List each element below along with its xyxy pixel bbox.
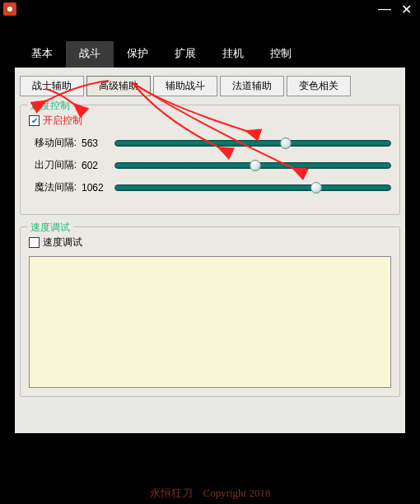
slider-row-0: 移动间隔:563 (29, 136, 391, 150)
footer-text: 永恒狂刀 Copyright 2018 (0, 486, 420, 501)
enable-control-label: 开启控制 (43, 114, 82, 128)
sub-tab-bar: 战士辅助高级辅助辅助战斗法道辅助变色相关 (20, 74, 400, 105)
slider-value: 602 (82, 160, 110, 171)
slider-label: 魔法间隔: (29, 180, 77, 194)
enable-control-checkbox[interactable] (29, 115, 40, 126)
top-tab-3[interactable]: 扩展 (161, 41, 209, 68)
top-tab-0[interactable]: 基本 (18, 41, 66, 68)
sub-tab-3[interactable]: 法道辅助 (220, 76, 284, 96)
top-tab-bar: 基本战斗保护扩展挂机控制 (0, 41, 420, 68)
slider-value: 1062 (82, 182, 110, 194)
speed-debug-label: 速度调试 (43, 236, 82, 250)
sub-tab-0[interactable]: 战士辅助 (20, 76, 84, 96)
group-speed-control: 速度控制 开启控制 移动间隔:563出刀间隔:602魔法间隔:1062 (20, 105, 400, 215)
sub-tab-4[interactable]: 变色相关 (287, 76, 351, 96)
slider-track[interactable] (114, 184, 391, 191)
enable-control-row[interactable]: 开启控制 (29, 114, 391, 128)
panel-region: 战士辅助高级辅助辅助战斗法道辅助变色相关 速度控制 开启控制 移动间隔:563出… (15, 68, 405, 433)
slider-track[interactable] (114, 162, 391, 169)
minimize-button[interactable]: — (374, 2, 395, 16)
top-tab-4[interactable]: 挂机 (209, 41, 257, 68)
group-speed-debug: 速度调试 速度调试 (20, 226, 400, 397)
top-tab-5[interactable]: 控制 (257, 41, 305, 68)
slider-thumb[interactable] (280, 138, 292, 149)
top-tab-1[interactable]: 战斗 (66, 41, 114, 68)
app-icon (3, 2, 16, 16)
top-tab-2[interactable]: 保护 (114, 41, 161, 68)
titlebar: — ✕ (0, 0, 420, 18)
speed-debug-row[interactable]: 速度调试 (29, 236, 391, 250)
slider-thumb[interactable] (310, 182, 322, 194)
slider-thumb[interactable] (250, 160, 261, 171)
debug-output (29, 256, 391, 388)
slider-track[interactable] (114, 140, 391, 147)
sub-tab-1[interactable]: 高级辅助 (86, 76, 151, 96)
sub-tab-2[interactable]: 辅助战斗 (153, 76, 217, 96)
speed-debug-checkbox[interactable] (29, 237, 40, 248)
close-button[interactable]: ✕ (395, 2, 417, 17)
slider-label: 移动间隔: (29, 136, 77, 150)
slider-value: 563 (82, 138, 110, 149)
group-title: 速度调试 (27, 221, 73, 235)
slider-row-1: 出刀间隔:602 (29, 158, 391, 172)
slider-row-2: 魔法间隔:1062 (29, 180, 391, 194)
slider-label: 出刀间隔: (29, 158, 77, 172)
group-title: 速度控制 (27, 99, 73, 113)
